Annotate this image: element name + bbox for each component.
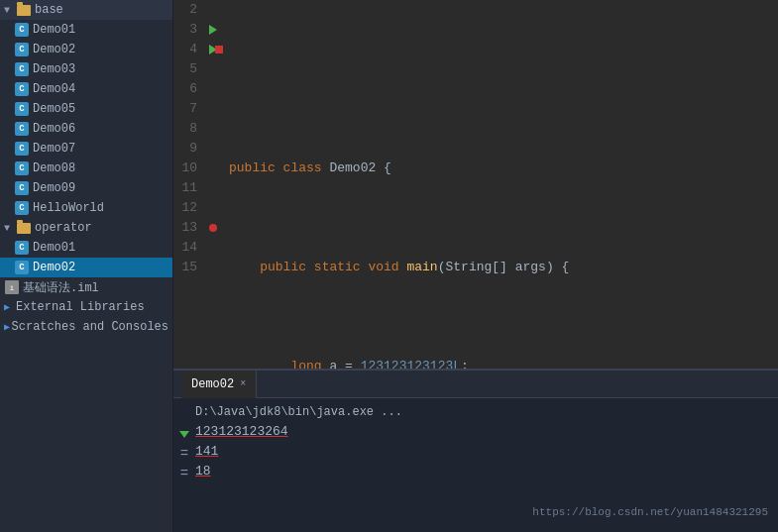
console-output-text: D:\Java\jdk8\bin\java.exe ... 1231231232… (195, 402, 778, 528)
console-equals-icon2: = (180, 464, 188, 483)
console-gutter: = = (173, 402, 195, 528)
sidebar-item-label: Demo02 (33, 43, 75, 56)
sidebar-item-demo09[interactable]: C Demo09 (0, 178, 172, 198)
sidebar-item-operator[interactable]: ▼ operator (0, 218, 172, 238)
keyword: static (314, 258, 369, 277)
indent (229, 357, 290, 369)
code-line (229, 59, 778, 79)
gutter-cell (203, 119, 223, 139)
plain-text: [] args) { (492, 258, 569, 277)
sidebar-item-label: Demo06 (33, 122, 75, 136)
sidebar-item-scratches[interactable]: ▶ Scratches and Consoles (0, 317, 172, 337)
sidebar-item-demo03[interactable]: C Demo03 (0, 59, 172, 79)
sidebar-item-label: Demo01 (33, 23, 75, 37)
console-output2: 141 (195, 442, 218, 462)
blog-url: https://blog.csdn.net/yuan1484321295 (532, 502, 768, 522)
class-icon: C (14, 180, 30, 196)
gutter-cell (203, 218, 223, 238)
chevron-icon: ▶ (4, 321, 12, 333)
console-panel: Demo02 × = = D:\Java\jdk8\bin\ (173, 369, 778, 532)
gutter-cell (203, 0, 223, 20)
code-content[interactable]: public class Demo02 { public static void… (223, 0, 778, 369)
sidebar-item-label: Demo01 (33, 241, 75, 255)
sidebar-item-helloworld[interactable]: C HelloWorld (0, 198, 172, 218)
sidebar-item-demo07[interactable]: C Demo07 (0, 139, 172, 159)
equals-icon: = (180, 447, 188, 461)
sidebar-item-label: Demo08 (33, 161, 75, 175)
class-icon: C (14, 200, 30, 216)
sidebar-item-demo02[interactable]: C Demo02 (0, 40, 172, 59)
folder-icon (16, 220, 32, 236)
line-num: 11 (173, 178, 197, 198)
console-output1: 123123123264 (195, 422, 288, 442)
sidebar-item-label: Demo05 (33, 102, 75, 116)
class-icon: C (14, 260, 30, 275)
gutter-cell (203, 20, 223, 40)
sidebar-item-base[interactable]: ▼ base (0, 0, 172, 20)
sidebar-item-op-demo01[interactable]: C Demo01 (0, 238, 172, 258)
class-icon: C (14, 240, 30, 256)
line-num: 15 (173, 258, 197, 277)
line-num: 3 (173, 20, 197, 40)
console-tab-label: Demo02 (191, 377, 234, 391)
line-num: 12 (173, 198, 197, 218)
sidebar-item-label: Demo02 (33, 261, 75, 274)
sidebar-item-label: Demo09 (33, 181, 75, 195)
var-name: a = (329, 357, 360, 369)
console-tab-demo02[interactable]: Demo02 × (181, 371, 257, 398)
console-down-arrow-icon (179, 424, 189, 444)
number-literal: 123123123123L (361, 357, 461, 369)
chevron-icon: ▶ (4, 301, 16, 313)
sidebar-item-demo04[interactable]: C Demo04 (0, 79, 172, 99)
gutter-cell (203, 79, 223, 99)
class-name: Demo02 { (329, 159, 390, 178)
keyword-public: public (229, 159, 283, 178)
chevron-icon: ▼ (4, 223, 16, 234)
class-icon: C (14, 42, 30, 57)
gutter-cell (203, 59, 223, 79)
line-num: 2 (173, 0, 197, 20)
sidebar-item-label: Demo03 (33, 62, 75, 76)
gutter-cell (203, 198, 223, 218)
sidebar-item-demo08[interactable]: C Demo08 (0, 159, 172, 178)
gutter-cell (203, 99, 223, 119)
line-num: 6 (173, 79, 197, 99)
sidebar-item-label: Scratches and Consoles (12, 320, 168, 334)
plain-text: ( (438, 258, 446, 277)
code-editor: 2 3 4 5 6 7 8 9 10 11 12 13 14 15 (173, 0, 778, 369)
console-path: D:\Java\jdk8\bin\java.exe ... (195, 402, 402, 422)
line-num: 8 (173, 119, 197, 139)
sidebar-item-ext-libs[interactable]: ▶ External Libraries (0, 297, 172, 317)
console-output-line3: 18 (195, 462, 770, 481)
sidebar-item-demo06[interactable]: C Demo06 (0, 119, 172, 139)
gutter-cell (203, 258, 223, 277)
line-num: 9 (173, 139, 197, 159)
console-tab-close[interactable]: × (240, 378, 246, 389)
arrow-down-icon (179, 431, 189, 438)
line-num: 4 (173, 40, 197, 59)
gutter-cell (203, 139, 223, 159)
code-line: public class Demo02 { (229, 159, 778, 178)
keyword-type: long (290, 357, 329, 369)
sidebar-item-demo01[interactable]: C Demo01 (0, 20, 172, 40)
indent (229, 258, 260, 277)
line-num: 10 (173, 159, 197, 178)
file-tree: ▼ base C Demo01 C Demo02 C Demo03 C Demo… (0, 0, 173, 532)
class-icon: C (14, 121, 30, 137)
editor-gutter (203, 0, 223, 369)
code-line: public static void main ( String [] args… (229, 258, 778, 277)
sidebar-item-iml[interactable]: i 基础语法.iml (0, 277, 172, 297)
gutter-cell (203, 238, 223, 258)
sidebar-item-label: 基础语法.iml (23, 279, 99, 296)
line-num: 7 (173, 99, 197, 119)
sidebar-item-demo05[interactable]: C Demo05 (0, 99, 172, 119)
console-content: = = D:\Java\jdk8\bin\java.exe ... 123123… (173, 398, 778, 532)
keyword: void (368, 258, 406, 277)
keyword-class: class (283, 159, 330, 178)
sidebar-item-label: base (35, 3, 63, 17)
sidebar-item-op-demo02[interactable]: C Demo02 (0, 258, 172, 277)
line-num: 5 (173, 59, 197, 79)
class-icon: C (14, 101, 30, 117)
main-panel: 2 3 4 5 6 7 8 9 10 11 12 13 14 15 (173, 0, 778, 532)
sidebar-item-label: External Libraries (16, 300, 145, 314)
